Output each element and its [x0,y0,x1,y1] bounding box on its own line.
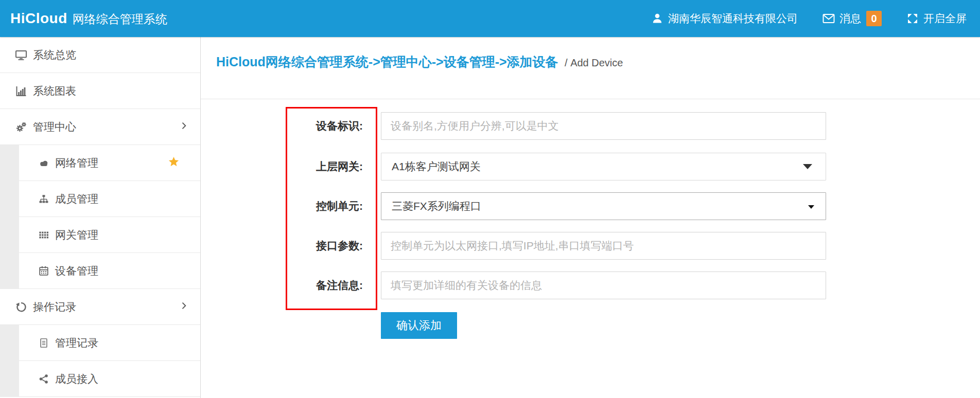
field-label-device-id: 设备标识: [291,112,363,140]
page-frame: 系统总览 系统图表 管理中心 [0,37,980,398]
form-row [381,232,826,260]
sidebar-subitem-row: 成员接入 [19,361,200,397]
header-actions: 湖南华辰智通科技有限公司 消息 0 开启全屏 [651,11,967,26]
sidebar-item-system-overview[interactable]: 系统总览 [0,37,200,73]
sidebar-item-member-management[interactable]: 成员管理 [0,181,200,217]
messages-menu[interactable]: 消息 0 [822,11,882,26]
sidebar-item-management-records[interactable]: 管理记录 [0,325,200,361]
dropdown-arrow-icon [808,205,814,209]
field-label-interface-params: 接口参数: [291,232,363,260]
user-icon [651,12,663,25]
breadcrumb-suffix: / Add Device [565,57,623,68]
field-label-control-unit: 控制单元: [291,192,363,220]
form-row [381,112,826,140]
history-icon [14,300,28,314]
fullscreen-toggle[interactable]: 开启全屏 [906,11,967,26]
desktop-icon [14,48,28,62]
remarks-input[interactable] [381,272,826,299]
bar-chart-icon [14,84,28,98]
field-label-upper-gateway: 上层网关: [291,153,363,180]
star-icon [168,156,180,170]
top-header: HiCloud 网络综合管理系统 湖南华辰智通科技有限公司 消息 0 [0,0,980,37]
control-unit-value: 三菱FX系列编程口 [392,200,481,212]
confirm-add-button[interactable]: 确认添加 [381,312,457,339]
field-label-remarks: 备注信息: [291,272,363,299]
share-icon [38,373,50,385]
sidebar-subitem-row: 管理记录 [19,325,200,361]
sidebar-item-operation-records[interactable]: 操作记录 [0,289,200,325]
sidebar-item-member-access[interactable]: 成员接入 [0,361,200,397]
logo-text-rest: 网络综合管理系统 [73,11,167,27]
fullscreen-icon [906,12,919,25]
document-icon [38,337,50,349]
upper-gateway-select[interactable]: A1栋客户测试网关 [381,153,826,180]
fullscreen-label: 开启全屏 [923,11,967,26]
sidebar-item-label: 成员接入 [55,372,98,386]
sitemap-icon [38,193,50,205]
form-row: 三菱FX系列编程口 [381,192,826,220]
sidebar-subitem-row: 网关管理 [19,217,200,253]
chevron-right-icon [179,121,189,134]
sidebar-item-label: 设备管理 [55,264,98,278]
company-name: 湖南华辰智通科技有限公司 [668,11,798,26]
sidebar: 系统总览 系统图表 管理中心 [0,37,201,398]
app-root: HiCloud 网络综合管理系统 湖南华辰智通科技有限公司 消息 0 [0,0,980,398]
dropdown-arrow-icon [803,164,812,169]
sidebar-item-label: 操作记录 [33,300,76,314]
sidebar-item-label: 系统总览 [33,48,76,62]
grid-icon [38,229,50,241]
control-unit-select[interactable]: 三菱FX系列编程口 [381,192,826,220]
sidebar-subitem-row: 设备管理 [19,253,200,289]
sidebar-item-label: 系统图表 [33,84,76,98]
cloud-icon [38,157,50,169]
sidebar-subitem-row: 网络管理 [19,145,200,181]
sidebar-subitem-row: 成员管理 [19,181,200,217]
sidebar-item-label: 网络管理 [55,156,98,170]
chevron-right-icon [179,301,189,314]
device-id-input[interactable] [381,112,826,140]
sidebar-item-label: 管理记录 [55,336,98,350]
account-menu[interactable]: 湖南华辰智通科技有限公司 [651,11,798,26]
sidebar-item-network-management[interactable]: 网络管理 [0,145,200,181]
form-row: A1栋客户测试网关 [381,153,826,180]
breadcrumb: HiCloud网络综合管理系统->管理中心->设备管理->添加设备 / Add … [201,37,980,99]
messages-label: 消息 [839,11,861,26]
sidebar-item-label: 成员管理 [55,192,98,206]
logo-text-bold: HiCloud [10,10,67,27]
breadcrumb-path: HiCloud网络综合管理系统->管理中心->设备管理->添加设备 [216,55,558,69]
sidebar-item-gateway-management[interactable]: 网关管理 [0,217,200,253]
messages-badge: 0 [866,11,882,26]
form-row [381,272,826,299]
sidebar-item-device-management[interactable]: 设备管理 [0,253,200,289]
sidebar-item-system-charts[interactable]: 系统图表 [0,73,200,109]
gears-icon [14,120,28,134]
app-logo[interactable]: HiCloud 网络综合管理系统 [10,10,167,27]
sidebar-item-label: 管理中心 [33,120,76,134]
interface-params-input[interactable] [381,232,826,260]
main-content: HiCloud网络综合管理系统->管理中心->设备管理->添加设备 / Add … [201,37,980,398]
calendar-icon [38,265,50,277]
envelope-icon [822,12,835,25]
sidebar-item-management-center[interactable]: 管理中心 [0,109,200,145]
upper-gateway-value: A1栋客户测试网关 [392,160,481,172]
sidebar-item-label: 网关管理 [55,228,98,242]
